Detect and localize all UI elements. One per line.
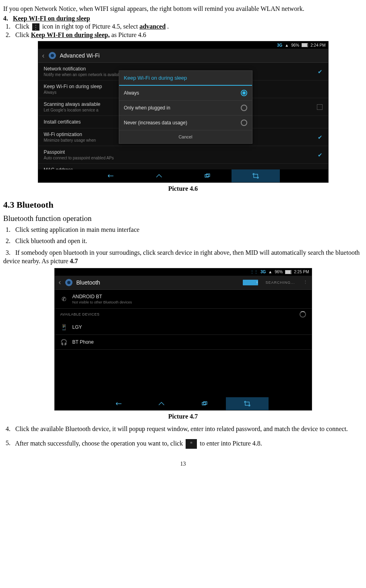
battery-icon (302, 43, 308, 47)
bt-step-1: 1. Click setting application in main men… (6, 226, 363, 233)
checkbox-off-icon[interactable] (317, 104, 323, 110)
svg-rect-1 (206, 174, 209, 177)
nav-back-button[interactable] (87, 169, 135, 182)
step-2-post: as Picture 4.6 (111, 31, 146, 38)
step-2-num: 2. (6, 31, 14, 39)
phone-icon: 📱 (60, 324, 68, 330)
radio-off-icon[interactable] (241, 105, 247, 111)
dialog-option-never[interactable]: Never (increases data usage) (119, 116, 252, 130)
bt-step-4-num: 4. (6, 425, 14, 433)
bt-step-4-text: Click the available Bluetooth device, it… (15, 425, 348, 432)
app-bar: ‹ Bluetooth I SEARCHING... ⋮ (55, 276, 312, 290)
heading-4-num: 4. (3, 15, 8, 22)
radio-off-icon[interactable] (241, 120, 247, 126)
self-device-row[interactable]: ✆ ANDROID BT Not visible to other Blueto… (55, 290, 312, 309)
option-label: Always (124, 90, 139, 96)
device-row-lgy[interactable]: 📱 LGY (55, 320, 312, 335)
bt-step-5-num: 5. (6, 439, 14, 448)
overflow-menu-icon[interactable]: ⋮ (303, 280, 308, 285)
settings-gear-icon (65, 279, 72, 286)
bt-step-3: 3. If somebody open bluetooth in your su… (3, 249, 363, 266)
checkbox-on-icon[interactable]: ✔ (318, 68, 323, 75)
wifi-icon: ▲ (285, 43, 289, 47)
nav-back-button[interactable] (97, 397, 140, 410)
bt-step-2: 2. Click bluetooth and open it. (6, 237, 363, 245)
bluetooth-status-icon: ⋮⋮ (250, 270, 258, 274)
device-name: BT Phone (72, 339, 94, 345)
row-title: Install certificates (44, 119, 81, 125)
nav-spacer (269, 397, 311, 410)
page-number: 13 (3, 461, 363, 467)
step-1-post1: icon in right top of Picture 4.5, select (42, 23, 140, 30)
row-passpoint[interactable]: Passpoint Auto connect to passpoint enab… (38, 146, 328, 164)
figure-4-7-wrap: ⋮⋮ 3G ▲ 96% 2:25 PM ‹ Bluetooth I SEARCH… (3, 268, 363, 411)
bt-step-3-num: 3. (6, 249, 14, 257)
nav-recent-button[interactable] (183, 397, 225, 410)
bt-step-5-pre: After match successfully, choose the ope… (15, 439, 184, 446)
app-bar: ‹ Advanced Wi-Fi (38, 49, 328, 63)
app-bar-title: Advanced Wi-Fi (60, 52, 100, 59)
heading-4-text: Keep WI-FI on during sleep (13, 15, 90, 22)
bt-step-1-text: Click setting application in main menu i… (15, 226, 139, 233)
self-device-sub: Not visible to other Bluetooth devices (72, 300, 132, 304)
back-icon[interactable]: ‹ (59, 278, 61, 287)
status-bar: ⋮⋮ 3G ▲ 96% 2:25 PM (55, 268, 312, 276)
battery-pct: 96% (275, 270, 283, 274)
row-title: Wi-Fi optimization (44, 132, 96, 137)
figure-4-6-wrap: 3G ▲ 96% 2:24 PM ‹ Advanced Wi-Fi Networ… (3, 41, 363, 183)
step-1-num: 1. (6, 23, 14, 30)
figure-4-6-caption: Picture 4.6 (3, 185, 363, 192)
settings-sliders-icon: ≡ (186, 439, 197, 449)
svg-rect-2 (254, 174, 258, 177)
bt-step-3-bold: 4.7 (70, 258, 78, 264)
device-name: LGY (72, 324, 82, 330)
back-icon[interactable]: ‹ (42, 52, 45, 60)
bt-step-2-num: 2. (6, 237, 14, 245)
nav-recent-button[interactable] (183, 169, 232, 182)
nav-screenshot-button[interactable] (226, 397, 269, 410)
step-2: 2. Click Keep WI-FI on during sleep, as … (6, 31, 363, 39)
bt-step-2-text: Click bluetooth and open it. (15, 237, 87, 244)
battery-pct: 96% (291, 43, 299, 47)
row-title: Keep Wi-Fi on during sleep (44, 84, 102, 89)
nav-spacer (55, 397, 97, 410)
row-sub: Auto connect to passpoint enabled APs (44, 156, 114, 160)
svg-rect-4 (203, 402, 207, 404)
step-1-post2: . (167, 23, 169, 30)
dialog-title: Keep Wi-Fi on during sleep (119, 71, 252, 86)
dialog-option-always[interactable]: Always (119, 86, 252, 101)
self-device-name: ANDROID BT (72, 294, 132, 299)
svg-rect-0 (205, 175, 208, 177)
nav-spacer (38, 169, 87, 182)
clock: 2:24 PM (310, 43, 325, 47)
option-label: Only when plugged in (124, 105, 170, 111)
section-label-text: AVAILABLE DEVICES (60, 312, 100, 316)
signal-icon: 3G (277, 43, 282, 47)
wifi-icon: ▲ (268, 270, 272, 274)
dialog-option-plugged[interactable]: Only when plugged in (119, 101, 252, 116)
nav-screenshot-button[interactable] (232, 169, 280, 182)
available-devices-label: AVAILABLE DEVICES (55, 309, 312, 320)
headset-icon: 🎧 (60, 339, 68, 345)
row-title: Network notification (44, 66, 124, 72)
device-row-btphone[interactable]: 🎧 BT Phone (55, 335, 312, 350)
battery-icon (285, 270, 292, 274)
row-sub: Let Google's location service a (44, 108, 101, 112)
radio-on-icon[interactable] (241, 90, 247, 96)
status-bar: 3G ▲ 96% 2:24 PM (38, 41, 328, 49)
svg-rect-5 (245, 402, 249, 405)
bt-step-1-num: 1. (6, 226, 14, 233)
checkbox-on-icon[interactable]: ✔ (318, 152, 323, 158)
heading-4: 4. Keep WI-FI on during sleep (3, 15, 363, 22)
searching-label: SEARCHING... (265, 281, 295, 285)
nav-home-button[interactable] (140, 397, 183, 410)
step-1-advanced: advanced (139, 23, 165, 30)
intro-paragraph: If you open Network Notice, when WIFI si… (3, 5, 363, 13)
nav-home-button[interactable] (135, 169, 183, 182)
nav-spacer (280, 169, 328, 182)
row-title: Scanning always available (44, 101, 101, 107)
section-4-3-heading: 4.3 Bluetooth (3, 200, 363, 210)
checkbox-on-icon[interactable]: ✔ (318, 134, 323, 140)
bluetooth-toggle[interactable]: I (243, 280, 258, 285)
dialog-cancel-button[interactable]: Cancel (119, 130, 252, 143)
